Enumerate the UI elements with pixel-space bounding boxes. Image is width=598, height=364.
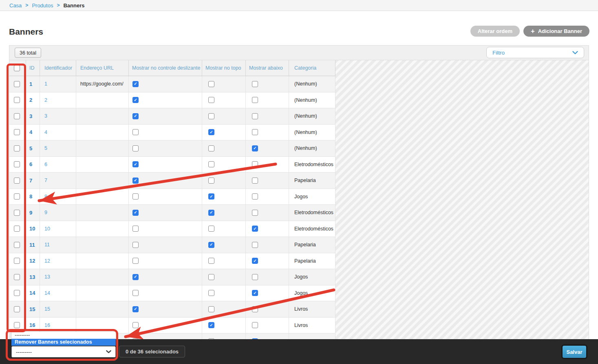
show-top-checkbox[interactable] [208, 161, 214, 167]
row-id-link[interactable]: 12 [29, 258, 35, 264]
header-cell-show-slider[interactable]: Mostrar no controle deslizante [129, 60, 202, 76]
show-top-checkbox[interactable] [208, 129, 214, 135]
change-order-button[interactable]: Alterar ordem [470, 26, 520, 37]
show-slider-checkbox[interactable] [132, 226, 139, 232]
row-select-checkbox[interactable] [14, 178, 20, 184]
row-identifier-link[interactable]: 8 [44, 194, 47, 200]
row-identifier-link[interactable]: 16 [44, 322, 50, 328]
row-identifier-link[interactable]: 14 [44, 290, 50, 296]
show-below-checkbox[interactable] [252, 81, 258, 87]
header-cell-show-below[interactable]: Mostrar abaixo [246, 60, 289, 76]
show-below-checkbox[interactable] [252, 258, 258, 264]
show-below-checkbox[interactable] [252, 178, 258, 184]
row-identifier-link[interactable]: 11 [44, 242, 50, 248]
show-below-checkbox[interactable] [252, 97, 258, 103]
row-select-checkbox[interactable] [14, 306, 20, 312]
show-top-checkbox[interactable] [208, 258, 214, 264]
show-top-checkbox[interactable] [208, 274, 214, 280]
save-button[interactable]: Salvar [563, 346, 586, 358]
dropdown-option-blank[interactable]: --------- [11, 332, 116, 339]
action-select[interactable]: --------- [11, 346, 116, 357]
show-slider-checkbox[interactable] [132, 129, 139, 135]
row-id-link[interactable]: 4 [29, 129, 32, 135]
show-below-checkbox[interactable] [252, 242, 258, 248]
row-select-checkbox[interactable] [14, 81, 20, 87]
show-top-checkbox[interactable] [208, 97, 214, 103]
header-cell-show-top[interactable]: Mostrar no topo [202, 60, 246, 76]
show-top-checkbox[interactable] [208, 145, 214, 151]
row-identifier-link[interactable]: 3 [44, 113, 47, 119]
row-identifier-link[interactable]: 6 [44, 162, 47, 167]
row-select-checkbox[interactable] [14, 97, 20, 103]
show-slider-checkbox[interactable] [132, 81, 139, 87]
total-count-button[interactable]: 36 total [15, 48, 41, 58]
row-identifier-link[interactable]: 7 [44, 178, 47, 183]
row-select-checkbox[interactable] [14, 113, 20, 119]
show-below-checkbox[interactable] [252, 274, 258, 280]
row-identifier-link[interactable]: 13 [44, 274, 50, 280]
row-identifier-link[interactable]: 9 [44, 210, 47, 215]
row-id-link[interactable]: 6 [29, 161, 32, 167]
row-select-checkbox[interactable] [14, 226, 20, 232]
header-cell-id[interactable]: ID [26, 60, 40, 76]
show-below-checkbox[interactable] [252, 145, 258, 151]
header-cell-identifier[interactable]: Identificador [40, 60, 76, 76]
row-id-link[interactable]: 1 [29, 81, 32, 87]
show-slider-checkbox[interactable] [132, 97, 139, 103]
row-identifier-link[interactable]: 12 [44, 258, 50, 264]
row-select-checkbox[interactable] [14, 242, 20, 248]
row-id-link[interactable]: 10 [29, 226, 35, 232]
row-id-link[interactable]: 15 [29, 306, 35, 312]
show-below-checkbox[interactable] [252, 161, 258, 167]
row-select-checkbox[interactable] [14, 290, 20, 296]
show-slider-checkbox[interactable] [132, 113, 139, 119]
add-banner-button[interactable]: + Adicionar Banner [523, 26, 589, 37]
row-select-checkbox[interactable] [14, 258, 20, 264]
show-top-checkbox[interactable] [208, 290, 214, 296]
show-slider-checkbox[interactable] [132, 306, 139, 312]
row-id-link[interactable]: 16 [29, 322, 35, 328]
show-below-checkbox[interactable] [252, 306, 258, 312]
show-below-checkbox[interactable] [252, 113, 258, 119]
show-slider-checkbox[interactable] [132, 210, 139, 216]
row-id-link[interactable]: 9 [29, 210, 32, 216]
show-slider-checkbox[interactable] [132, 178, 139, 184]
show-top-checkbox[interactable] [208, 210, 214, 216]
show-slider-checkbox[interactable] [132, 161, 139, 167]
show-top-checkbox[interactable] [208, 242, 214, 248]
row-select-checkbox[interactable] [14, 274, 20, 280]
row-select-checkbox[interactable] [14, 322, 20, 328]
row-select-checkbox[interactable] [14, 161, 20, 167]
row-id-link[interactable]: 13 [29, 274, 35, 280]
row-id-link[interactable]: 5 [29, 145, 32, 151]
row-identifier-link[interactable]: 15 [44, 306, 50, 312]
row-id-link[interactable]: 8 [29, 193, 32, 200]
show-top-checkbox[interactable] [208, 306, 214, 312]
row-select-checkbox[interactable] [14, 193, 20, 200]
show-top-checkbox[interactable] [208, 322, 214, 328]
row-id-link[interactable]: 14 [29, 290, 35, 296]
show-top-checkbox[interactable] [208, 178, 214, 184]
show-below-checkbox[interactable] [252, 210, 258, 216]
show-slider-checkbox[interactable] [132, 322, 139, 328]
row-identifier-link[interactable]: 10 [44, 226, 50, 232]
show-below-checkbox[interactable] [252, 129, 258, 135]
show-top-checkbox[interactable] [208, 193, 214, 200]
show-slider-checkbox[interactable] [132, 145, 139, 151]
row-id-link[interactable]: 3 [29, 113, 32, 119]
row-id-link[interactable]: 2 [29, 97, 32, 103]
show-top-checkbox[interactable] [208, 113, 214, 119]
dropdown-option-remove-banners[interactable]: Remover Banners selecionados [11, 339, 116, 346]
show-below-checkbox[interactable] [252, 226, 258, 232]
row-select-checkbox[interactable] [14, 129, 20, 135]
show-below-checkbox[interactable] [252, 322, 258, 328]
row-id-link[interactable]: 11 [29, 242, 35, 248]
show-slider-checkbox[interactable] [132, 193, 139, 200]
header-cell-url[interactable]: Endereço URL [76, 60, 129, 76]
row-identifier-link[interactable]: 5 [44, 145, 47, 151]
show-below-checkbox[interactable] [252, 290, 258, 296]
show-slider-checkbox[interactable] [132, 242, 139, 248]
row-identifier-link[interactable]: 4 [44, 129, 47, 135]
header-cell-category[interactable]: Categoria [289, 60, 335, 76]
row-id-link[interactable]: 7 [29, 178, 32, 184]
